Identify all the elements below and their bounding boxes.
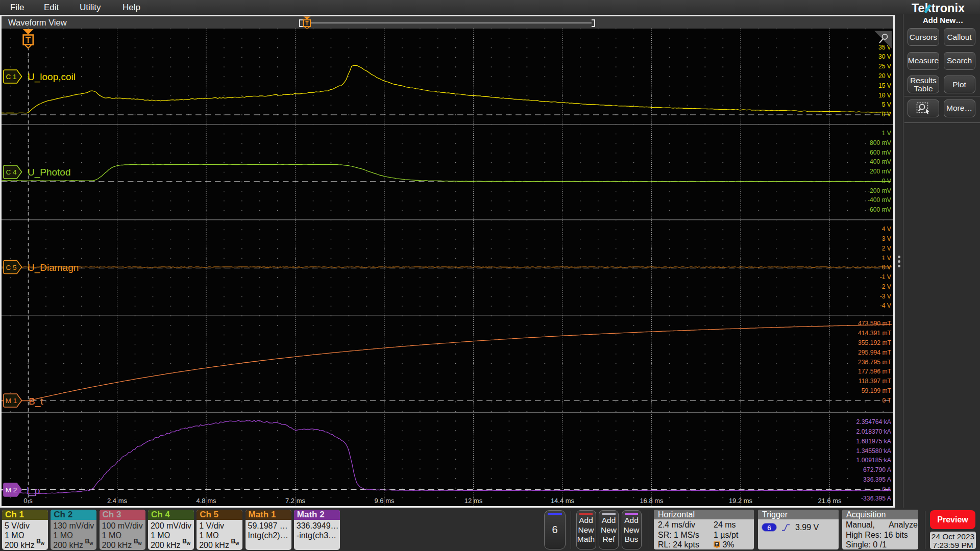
svg-text:-200 mV: -200 mV bbox=[868, 187, 892, 194]
svg-text:2.018370 kA: 2.018370 kA bbox=[856, 428, 892, 435]
svg-text:12 ms: 12 ms bbox=[464, 497, 483, 505]
svg-text:C 4: C 4 bbox=[6, 168, 17, 176]
svg-text:10 V: 10 V bbox=[878, 92, 892, 99]
svg-text:236.795 mT: 236.795 mT bbox=[858, 359, 892, 366]
svg-text:U_Photod: U_Photod bbox=[28, 167, 71, 178]
svg-text:672.790 A: 672.790 A bbox=[863, 466, 892, 473]
svg-text:14.4 ms: 14.4 ms bbox=[551, 497, 575, 505]
svg-text:-4 V: -4 V bbox=[880, 302, 892, 309]
svg-text:473.590 mT: 473.590 mT bbox=[858, 320, 892, 327]
svg-text:21.6 ms: 21.6 ms bbox=[818, 497, 842, 505]
svg-text:3 V: 3 V bbox=[882, 235, 892, 242]
svg-text:16.8 ms: 16.8 ms bbox=[640, 497, 664, 505]
svg-text:600 mV: 600 mV bbox=[870, 149, 892, 156]
svg-text:177.596 mT: 177.596 mT bbox=[858, 368, 892, 375]
svg-text:0 V: 0 V bbox=[882, 178, 892, 185]
svg-text:-600 mV: -600 mV bbox=[868, 206, 892, 213]
svg-text:1.345580 kA: 1.345580 kA bbox=[856, 447, 892, 455]
svg-text:U_loop,coil: U_loop,coil bbox=[28, 71, 76, 83]
svg-text:-1 V: -1 V bbox=[880, 273, 892, 281]
svg-text:I_p: I_p bbox=[27, 485, 40, 496]
svg-text:200 mV: 200 mV bbox=[870, 168, 892, 175]
svg-text:400 mV: 400 mV bbox=[870, 158, 892, 165]
svg-text:295.994 mT: 295.994 mT bbox=[858, 349, 892, 356]
svg-text:5 V: 5 V bbox=[882, 101, 892, 108]
svg-text:355.192 mT: 355.192 mT bbox=[858, 339, 892, 346]
svg-text:20 V: 20 V bbox=[878, 72, 892, 80]
svg-text:336.395 A: 336.395 A bbox=[863, 476, 892, 483]
svg-text:-400 mV: -400 mV bbox=[868, 196, 892, 204]
svg-text:C 5: C 5 bbox=[6, 264, 16, 271]
svg-text:2 V: 2 V bbox=[882, 245, 892, 252]
svg-text:-3 V: -3 V bbox=[880, 293, 892, 300]
svg-text:C 1: C 1 bbox=[6, 73, 16, 81]
svg-text:4 V: 4 V bbox=[882, 226, 892, 233]
svg-text:-2 V: -2 V bbox=[880, 283, 892, 290]
svg-text:25 V: 25 V bbox=[878, 63, 892, 70]
svg-text:2.4 ms: 2.4 ms bbox=[107, 497, 128, 505]
svg-text:M 2: M 2 bbox=[6, 486, 17, 494]
svg-text:414.391 mT: 414.391 mT bbox=[858, 330, 892, 337]
svg-text:1 V: 1 V bbox=[882, 130, 892, 137]
svg-text:1.681975 kA: 1.681975 kA bbox=[856, 438, 892, 445]
svg-text:7.2 ms: 7.2 ms bbox=[285, 497, 306, 505]
svg-text:800 mV: 800 mV bbox=[870, 139, 892, 146]
svg-text:4.8 ms: 4.8 ms bbox=[196, 497, 216, 505]
svg-text:0 A: 0 A bbox=[882, 486, 891, 493]
svg-text:1.009185 kA: 1.009185 kA bbox=[856, 457, 892, 464]
svg-text:1 V: 1 V bbox=[882, 255, 892, 262]
svg-text:30 V: 30 V bbox=[878, 53, 892, 60]
svg-text:M 1: M 1 bbox=[6, 397, 17, 405]
svg-text:2.354764 kA: 2.354764 kA bbox=[856, 418, 892, 425]
svg-text:-336.395 A: -336.395 A bbox=[861, 495, 892, 502]
svg-text:U_Diamagn: U_Diamagn bbox=[28, 262, 79, 273]
svg-text:0 V: 0 V bbox=[882, 111, 892, 118]
svg-text:19.2 ms: 19.2 ms bbox=[729, 497, 753, 505]
svg-text:15 V: 15 V bbox=[878, 82, 892, 89]
svg-text:118.397 mT: 118.397 mT bbox=[859, 378, 892, 385]
svg-text:9.6 ms: 9.6 ms bbox=[374, 497, 395, 505]
svg-text:59.199 mT: 59.199 mT bbox=[862, 387, 892, 394]
svg-text:0 V: 0 V bbox=[882, 264, 892, 271]
svg-text:0 T: 0 T bbox=[883, 397, 892, 404]
svg-text:0 s: 0 s bbox=[23, 497, 33, 505]
